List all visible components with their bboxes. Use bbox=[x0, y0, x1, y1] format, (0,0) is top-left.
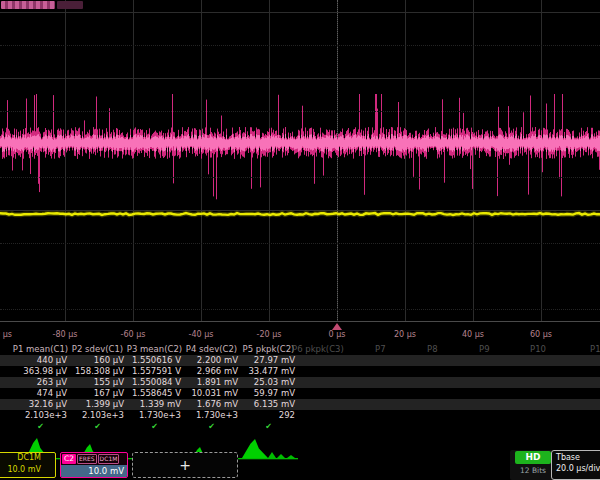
measurement-min: 1.550084 V bbox=[126, 377, 183, 388]
measurement-value: 27.97 mV bbox=[240, 355, 297, 366]
table-row: 32.16 µV1.399 µV1.339 mV1.676 mV6.135 mV bbox=[0, 399, 600, 410]
table-row: 2.103e+32.103e+31.730e+31.730e+3292 bbox=[0, 410, 600, 421]
measurement-max: 10.031 mV bbox=[183, 388, 240, 399]
histicon-tail bbox=[287, 455, 295, 458]
time-axis-label: -40 µs bbox=[189, 330, 214, 339]
channel-c1-descriptor[interactable]: DC1M 10.0 mV bbox=[0, 452, 56, 478]
c2-trace[interactable] bbox=[0, 0, 600, 322]
parameter-header-inactive[interactable]: P11 bbox=[590, 344, 600, 355]
measurement-max: 167 µV bbox=[69, 388, 126, 399]
add-trace-button[interactable]: + bbox=[132, 452, 238, 478]
measurement-min: 1.891 mV bbox=[183, 377, 240, 388]
measurement-sdev: 6.135 mV bbox=[240, 399, 297, 410]
measurement-mean: 158.308 µV bbox=[69, 366, 126, 377]
measure-table: P1 mean(C1)P2 sdev(C1)P3 mean(C2)P4 sdev… bbox=[0, 344, 600, 432]
measurement-value: 2.200 mV bbox=[183, 355, 240, 366]
histicon-tail bbox=[268, 452, 276, 458]
oscilloscope-screen: -100 µs-80 µs-60 µs-40 µs-20 µs0 µs20 µs… bbox=[0, 0, 600, 480]
c2-scale-label: 10.0 mV bbox=[61, 465, 127, 478]
waveform-grid[interactable] bbox=[0, 0, 600, 322]
measurement-num: 292 bbox=[240, 410, 297, 421]
parameter-header[interactable]: P4 sdev(C2) bbox=[183, 344, 240, 355]
measurement-mean: 2.966 mV bbox=[183, 366, 240, 377]
measurement-num: 1.730e+3 bbox=[126, 410, 183, 421]
channel-c2-descriptor[interactable]: C2 ERES DC1M 10.0 mV bbox=[60, 452, 128, 478]
c1-scale-label: 10.0 mV bbox=[0, 465, 55, 477]
grid-minor-dots bbox=[0, 309, 600, 310]
time-axis-label: 60 µs bbox=[530, 330, 552, 339]
parameter-header-inactive[interactable]: P8 bbox=[427, 344, 438, 355]
measurement-num: 2.103e+3 bbox=[12, 410, 69, 421]
grid-minor-dots bbox=[0, 111, 600, 112]
time-axis-label: -20 µs bbox=[257, 330, 282, 339]
measurement-mean: 363.98 µV bbox=[12, 366, 69, 377]
parameter-header-inactive[interactable]: P7 bbox=[375, 344, 386, 355]
timebase-label: Tbase bbox=[552, 451, 600, 462]
timebase-descriptor[interactable]: Tbase 20.0 µs/div bbox=[551, 450, 600, 480]
trace-annotation-badge-2 bbox=[57, 1, 83, 9]
histicon-tail bbox=[277, 454, 285, 458]
c1-coupling-label: DC1M bbox=[0, 453, 55, 465]
parameter-header[interactable]: P1 mean(C1) bbox=[12, 344, 69, 355]
measurement-num: 1.730e+3 bbox=[183, 410, 240, 421]
parameter-header-inactive[interactable]: P9 bbox=[479, 344, 490, 355]
measurement-mean: 33.477 mV bbox=[240, 366, 297, 377]
c2-eres-badge: ERES bbox=[77, 454, 97, 464]
measurement-sdev: 1.399 µV bbox=[69, 399, 126, 410]
acquisition-hd-panel[interactable]: HD 12 Bits bbox=[510, 450, 556, 480]
parameter-header-inactive[interactable]: P10 bbox=[530, 344, 546, 355]
measurement-sdev: 1.676 mV bbox=[183, 399, 240, 410]
time-axis-label: 40 µs bbox=[462, 330, 484, 339]
measurement-value: 440 µV bbox=[12, 355, 69, 366]
measurement-min: 155 µV bbox=[69, 377, 126, 388]
c2-coupling-badge: DC1M bbox=[98, 454, 120, 464]
time-axis-label: -100 µs bbox=[0, 330, 12, 339]
measurement-max: 474 µV bbox=[12, 388, 69, 399]
table-row: 363.98 µV158.308 µV1.557591 V2.966 mV33.… bbox=[0, 366, 600, 377]
timebase-scale-label: 20.0 µs/div bbox=[552, 462, 600, 473]
measurement-value: 1.550616 V bbox=[126, 355, 183, 366]
c2-channel-badge: C2 bbox=[62, 454, 76, 464]
measurement-sdev: 1.339 mV bbox=[126, 399, 183, 410]
time-axis: -100 µs-80 µs-60 µs-40 µs-20 µs0 µs20 µs… bbox=[0, 322, 600, 344]
measurement-min: 25.03 mV bbox=[240, 377, 297, 388]
time-axis-label: -60 µs bbox=[121, 330, 146, 339]
table-row: 440 µV160 µV1.550616 V2.200 mV27.97 mV bbox=[0, 355, 600, 366]
parameter-histicon[interactable] bbox=[242, 439, 268, 458]
measurement-value: 160 µV bbox=[69, 355, 126, 366]
trigger-delay-marker-icon[interactable] bbox=[332, 323, 342, 330]
table-row: P1 mean(C1)P2 sdev(C1)P3 mean(C2)P4 sdev… bbox=[0, 344, 600, 355]
grid-minor-dots bbox=[0, 45, 600, 46]
parameter-header[interactable]: P2 sdev(C1) bbox=[69, 344, 126, 355]
table-row: 263 µV155 µV1.550084 V1.891 mV25.03 mV bbox=[0, 377, 600, 388]
measurement-max: 1.558645 V bbox=[126, 388, 183, 399]
measurement-mean: 1.557591 V bbox=[126, 366, 183, 377]
time-axis-label: 0 µs bbox=[329, 330, 346, 339]
measurement-num: 2.103e+3 bbox=[69, 410, 126, 421]
grid-minor-dots bbox=[0, 177, 600, 178]
parameter-header-inactive[interactable]: P6 pkpk(C3) bbox=[292, 344, 344, 355]
parameter-header[interactable]: P3 mean(C2) bbox=[126, 344, 183, 355]
time-axis-label: 20 µs bbox=[394, 330, 416, 339]
measurement-max: 59.97 mV bbox=[240, 388, 297, 399]
trace-annotation-badge bbox=[1, 1, 55, 9]
bit-resolution-label: 12 Bits bbox=[510, 466, 556, 475]
grid-minor-dots bbox=[0, 243, 600, 244]
measurement-min: 263 µV bbox=[12, 377, 69, 388]
measurement-sdev: 32.16 µV bbox=[12, 399, 69, 410]
time-axis-label: -80 µs bbox=[53, 330, 78, 339]
hd-badge: HD bbox=[515, 451, 551, 464]
table-row: 474 µV167 µV1.558645 V10.031 mV59.97 mV bbox=[0, 388, 600, 399]
parameter-header[interactable]: P5 pkpk(C2) bbox=[240, 344, 297, 355]
